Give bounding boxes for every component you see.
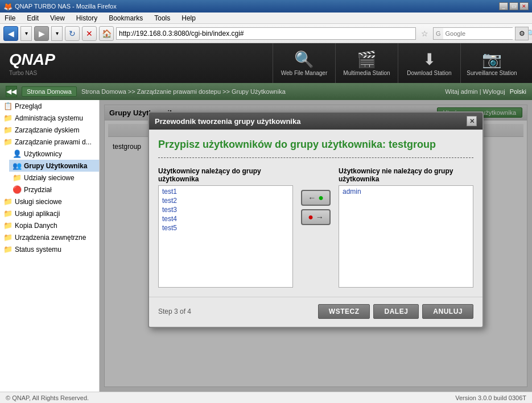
menu-tools[interactable]: Tools [152,14,172,23]
modal-body: Przypisz użytkowników do grupy użytkowni… [149,130,482,297]
copyright: © QNAP, All Rights Reserved. [6,394,89,401]
left-user-test4[interactable]: test4 [160,214,291,223]
stop-button[interactable]: ✕ [82,26,97,41]
left-col-label: Użytkownicy należący do grupy użytkownik… [158,167,293,183]
multimedia-station-icon: 🎬 [357,50,377,69]
nav-download-station[interactable]: ⬇ Download Station [398,43,460,83]
modal-buttons: WSTECZ DALEJ ANULUJ [318,304,473,319]
next-button[interactable]: DALEJ [373,304,419,319]
search-input[interactable] [443,28,526,39]
home-nav-button[interactable]: Strona Domowa [22,86,77,97]
right-col-label: Użytkownicy nie należący do grupy użytko… [339,167,473,183]
modal-heading: Przypisz użytkowników do grupy użytkowni… [158,139,473,151]
forward-dropdown[interactable]: ▾ [51,26,63,41]
gear-icon[interactable]: ⚙ [515,27,529,40]
sidebar-item-uslugi-aplikacji[interactable]: 📁 Usługi aplikacji [0,207,99,219]
content-area: Grupy Użytkownika Utwórz grupę użytkowni… [100,100,532,392]
qnap-nav: 🔍 Web File Manager 🎬 Multimedia Station … [273,43,523,83]
prawa-icon: 📁 [3,138,13,146]
browser-toolbar: ◀ ▾ ▶ ▾ ↻ ✕ 🏠 ☆ G 🔍 ⚙ [0,24,532,43]
sidebar-item-administracja[interactable]: 📁 Administracja systemu [0,112,99,124]
sidebar-item-przeglad[interactable]: 📋 Przegląd [0,100,99,112]
collapse-sidebar-button[interactable]: ◀◀ [6,86,17,97]
cancel-button[interactable]: ANULUJ [422,304,473,319]
home-button[interactable]: 🏠 [99,26,114,41]
language-selector[interactable]: Polski [510,88,526,95]
search-box: G 🔍 [433,27,513,40]
grupy-icon: 👥 [13,161,22,170]
add-icon: ● [318,193,324,203]
sidebar-item-kopia-danych[interactable]: 📁 Kopia Danych [0,219,99,231]
menu-help[interactable]: Help [179,14,198,23]
web-file-manager-icon: 🔍 [294,50,314,69]
menu-bookmarks[interactable]: Bookmarks [106,14,145,23]
modal-title: Przewodnik tworzenia grupy użytkownika [155,117,300,126]
nav-surveillance-station[interactable]: 📷 Surveillance Station [460,43,523,83]
back-button[interactable]: ◀ [3,26,18,41]
modal-dialog: Przewodnik tworzenia grupy użytkownika ✕… [148,111,484,328]
sidebar-item-urzadzenia[interactable]: 📁 Urządzenia zewnętrzne [0,231,99,243]
back-button[interactable]: WSTECZ [318,304,370,319]
menu-view[interactable]: View [48,14,67,23]
address-bar[interactable] [116,27,416,40]
left-users-list[interactable]: test1 test2 test3 test4 test5 [158,185,293,288]
user-info: Witaj admin | Wyloguj [445,88,505,95]
left-user-test2[interactable]: test2 [160,196,291,205]
restore-button[interactable]: ▭ [509,2,518,10]
uslugi-aplikacji-icon: 📁 [3,209,13,218]
modal-overlay: Przewodnik tworzenia grupy użytkownika ✕… [100,100,532,392]
close-button[interactable]: ✕ [519,2,529,10]
sidebar: 📋 Przegląd 📁 Administracja systemu 📁 Zar… [0,100,100,392]
browser-titlebar: 🦊 QNAP TURBO NAS - Mozilla Firefox _ ▭ ✕ [0,0,532,13]
udzialy-icon: 📁 [13,173,22,182]
kopia-icon: 📁 [3,221,13,230]
sidebar-item-zarzadzanie-dyskiem[interactable]: 📁 Zarządzanie dyskiem [0,124,99,136]
bookmark-star[interactable]: ☆ [418,27,431,40]
refresh-button[interactable]: ↻ [65,26,80,41]
menu-file[interactable]: File [2,14,18,23]
add-to-group-button[interactable]: ← ● [301,190,331,206]
modal-close-button[interactable]: ✕ [467,116,477,126]
qnap-sub: Turbo NAS [9,70,55,76]
step-indicator: Step 3 of 4 [158,308,191,315]
sidebar-item-zarzadzanie-prawami[interactable]: 📁 Zarządzanie prawami d... [0,136,99,148]
left-user-test1[interactable]: test1 [160,187,291,196]
search-engine-icon: G [434,30,443,37]
menu-history[interactable]: History [74,14,100,23]
breadcrumb: Strona Domowa >> Zarządzanie prawami dos… [81,88,286,95]
nav-web-file-manager[interactable]: 🔍 Web File Manager [273,43,335,83]
przeglad-icon: 📋 [3,102,13,110]
nav-multimedia-station[interactable]: 🎬 Multimedia Station [335,43,398,83]
sidebar-item-przydzia[interactable]: 🔴 Przydział [9,184,99,196]
nav-surveillance-station-label: Surveillance Station [467,70,517,76]
sidebar-item-udzialy[interactable]: 📁 Udziały sieciowe [9,172,99,184]
left-user-test5[interactable]: test5 [160,223,291,232]
main-content: 📋 Przegląd 📁 Administracja systemu 📁 Zar… [0,100,532,392]
remove-from-group-button[interactable]: ● → [301,209,331,225]
surveillance-station-icon: 📷 [482,50,502,69]
arrow-buttons: ← ● ● → [299,167,333,225]
sidebar-item-status[interactable]: 📁 Status systemu [0,243,99,255]
modal-separator [158,157,473,158]
przydzia-icon: 🔴 [13,185,22,194]
right-users-list[interactable]: admin [339,185,473,288]
forward-button[interactable]: ▶ [34,26,49,41]
left-user-test3[interactable]: test3 [160,205,291,214]
uzytkownicy-icon: 👤 [13,149,22,158]
menu-edit[interactable]: Edit [24,14,41,23]
sidebar-item-uslugi-sieciowe[interactable]: 📁 Usługi sieciowe [0,196,99,207]
sidebar-item-uzytkownicy[interactable]: 👤 Użytkownicy [9,148,99,160]
qnap-logo: QNAP [9,51,55,69]
minimize-button[interactable]: _ [499,2,508,10]
back-dropdown[interactable]: ▾ [20,26,32,41]
qnap-subheader: ◀◀ Strona Domowa Strona Domowa >> Zarząd… [0,83,532,100]
download-station-icon: ⬇ [423,50,436,69]
remove-icon: ● [308,212,314,222]
sidebar-item-grupy-uzytkownika[interactable]: 👥 Grupy Użytkownika [9,160,99,172]
qnap-header: QNAP Turbo NAS 🔍 Web File Manager 🎬 Mult… [0,43,532,83]
right-user-admin[interactable]: admin [340,187,472,196]
version: Version 3.0.0 build 0306T [455,394,526,401]
modal-titlebar: Przewodnik tworzenia grupy użytkownika ✕ [149,113,482,130]
dysk-icon: 📁 [3,126,13,134]
nav-download-station-label: Download Station [407,70,451,76]
